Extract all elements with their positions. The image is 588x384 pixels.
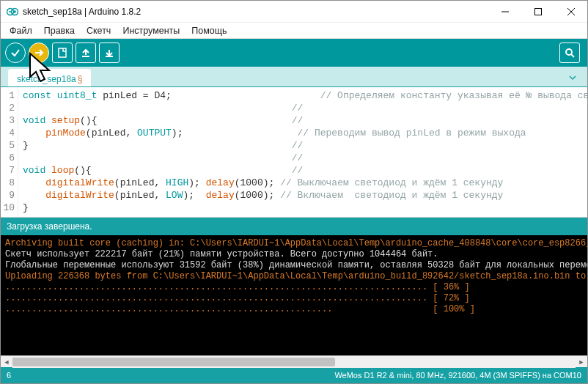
- svg-point-12: [566, 49, 572, 55]
- menu-tools[interactable]: Инструменты: [117, 24, 185, 37]
- tabbar: sketch_sep18a §: [1, 67, 587, 87]
- tab-modified-indicator: §: [78, 74, 83, 84]
- window-title: sketch_sep18a | Arduino 1.8.2: [23, 7, 488, 17]
- tab-menu-button[interactable]: [562, 69, 583, 86]
- save-button[interactable]: [99, 43, 120, 63]
- svg-rect-6: [534, 8, 541, 15]
- svg-rect-9: [59, 48, 66, 57]
- scroll-track[interactable]: [12, 356, 576, 368]
- scroll-right-arrow[interactable]: ►: [576, 356, 587, 368]
- minimize-button[interactable]: [488, 1, 521, 22]
- titlebar: sketch_sep18a | Arduino 1.8.2: [1, 1, 587, 23]
- footer-board-info: WeMos D1 R2 & mini, 80 MHz, 921600, 4M (…: [334, 371, 581, 380]
- tab-label: sketch_sep18a: [17, 74, 76, 84]
- upload-button[interactable]: [29, 43, 49, 63]
- code-area[interactable]: const uint8_t pinLed = D4; // Определяем…: [18, 87, 587, 217]
- menu-help[interactable]: Помощь: [185, 24, 232, 37]
- scroll-left-arrow[interactable]: ◄: [1, 356, 12, 368]
- footer-bar: 6 WeMos D1 R2 & mini, 80 MHz, 921600, 4M…: [1, 367, 587, 383]
- new-button[interactable]: [52, 43, 73, 63]
- line-gutter: 12345678910: [1, 87, 18, 217]
- menu-sketch[interactable]: Скетч: [81, 24, 117, 37]
- output-console[interactable]: Archiving built core (caching) in: C:\Us…: [1, 235, 587, 355]
- maximize-button[interactable]: [521, 1, 554, 22]
- arduino-logo-icon: [7, 6, 18, 18]
- scroll-thumb[interactable]: [12, 358, 335, 366]
- serial-monitor-button[interactable]: [559, 43, 580, 63]
- menu-edit[interactable]: Правка: [38, 24, 81, 37]
- svg-line-13: [571, 54, 574, 57]
- verify-button[interactable]: [5, 43, 26, 63]
- footer-line-number: 6: [7, 371, 11, 380]
- tab-sketch[interactable]: sketch_sep18a §: [8, 69, 91, 86]
- status-bar: Загрузка завершена.: [1, 218, 587, 235]
- console-hscroll[interactable]: ◄ ►: [1, 355, 587, 367]
- close-button[interactable]: [554, 1, 587, 22]
- menubar: Файл Правка Скетч Инструменты Помощь: [1, 23, 587, 39]
- toolbar: [1, 39, 587, 67]
- status-message: Загрузка завершена.: [7, 221, 92, 232]
- open-button[interactable]: [76, 43, 96, 63]
- menu-file[interactable]: Файл: [4, 24, 38, 37]
- code-editor[interactable]: 12345678910 const uint8_t pinLed = D4; /…: [1, 87, 587, 218]
